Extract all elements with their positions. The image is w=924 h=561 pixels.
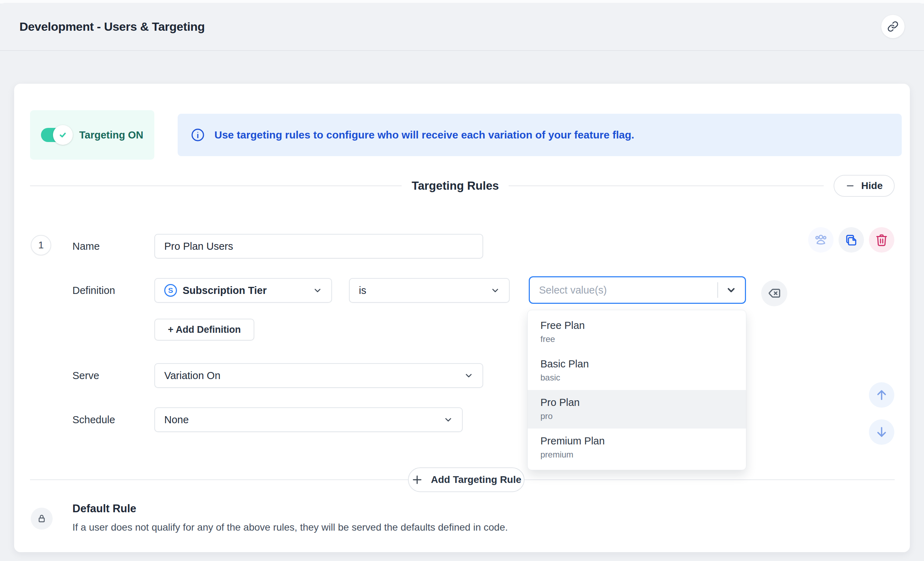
- rules-heading: Targeting Rules: [411, 179, 499, 192]
- option-basic-plan[interactable]: Basic Plan basic: [528, 351, 746, 390]
- plus-icon: [411, 474, 423, 486]
- chevron-down-icon: [312, 285, 323, 296]
- add-definition-button[interactable]: + Add Definition: [154, 319, 254, 340]
- duplicate-rule-button[interactable]: [838, 227, 864, 253]
- chevron-down-icon: [443, 414, 453, 425]
- check-icon: [58, 130, 68, 140]
- property-type-icon: S: [164, 284, 177, 297]
- default-rule-badge: [31, 508, 52, 530]
- values-placeholder: Select value(s): [539, 284, 717, 296]
- serve-label: Serve: [72, 363, 99, 388]
- page-title: Development - Users & Targeting: [20, 20, 205, 33]
- audience-button[interactable]: [808, 227, 834, 253]
- schedule-select[interactable]: None: [154, 407, 463, 432]
- audience-icon: [814, 233, 828, 247]
- clear-values-button[interactable]: [761, 280, 787, 306]
- arrow-up-icon: [874, 388, 889, 402]
- backspace-icon: [767, 286, 781, 300]
- serve-select[interactable]: Variation On: [154, 363, 483, 388]
- info-banner: Use targeting rules to configure who wil…: [178, 114, 902, 156]
- info-icon: [190, 128, 205, 142]
- property-select[interactable]: S Subscription Tier: [154, 278, 332, 303]
- schedule-label: Schedule: [72, 407, 115, 432]
- property-select-value: Subscription Tier: [183, 285, 312, 296]
- option-free-plan[interactable]: Free Plan free: [528, 313, 746, 351]
- move-rule-up-button[interactable]: [869, 382, 894, 408]
- trash-icon: [875, 233, 888, 247]
- chevron-down-icon: [725, 284, 737, 296]
- comparator-select[interactable]: is: [349, 278, 510, 303]
- minus-icon: [846, 181, 855, 190]
- serve-select-value: Variation On: [164, 370, 464, 381]
- targeting-card: Targeting ON Use targeting rules to conf…: [14, 84, 910, 552]
- option-pro-plan[interactable]: Pro Plan pro: [528, 390, 746, 429]
- option-premium-plan[interactable]: Premium Plan premium: [528, 429, 746, 467]
- toggle-knob: [53, 125, 73, 145]
- copy-link-button[interactable]: [881, 15, 904, 38]
- chevron-down-icon: [490, 285, 501, 296]
- add-targeting-rule-label: Add Targeting Rule: [431, 474, 521, 485]
- targeting-toggle-container: Targeting ON: [30, 110, 154, 160]
- link-icon: [887, 21, 898, 32]
- rule-number-badge: 1: [31, 235, 51, 255]
- rule-name-input[interactable]: [154, 234, 483, 259]
- divider: [508, 186, 824, 186]
- add-targeting-rule-button[interactable]: Add Targeting Rule: [408, 467, 525, 492]
- rules-header: Targeting Rules Hide: [30, 174, 895, 197]
- page-header: Development - Users & Targeting: [0, 3, 924, 51]
- comparator-select-value: is: [359, 285, 490, 296]
- move-rule-down-button[interactable]: [869, 419, 894, 445]
- hide-button[interactable]: Hide: [834, 175, 895, 197]
- hide-button-label: Hide: [861, 180, 883, 192]
- rule-actions: [808, 227, 894, 253]
- default-rule-title: Default Rule: [72, 502, 136, 515]
- targeting-toggle[interactable]: [41, 128, 71, 142]
- values-multiselect[interactable]: Select value(s): [529, 276, 746, 304]
- divider: [717, 282, 718, 298]
- banner-text: Use targeting rules to configure who wil…: [214, 129, 634, 141]
- schedule-select-value: None: [164, 414, 443, 426]
- delete-rule-button[interactable]: [869, 227, 894, 253]
- copy-icon: [844, 233, 858, 247]
- toggle-label: Targeting ON: [79, 129, 143, 141]
- divider: [30, 186, 402, 186]
- default-rule-description: If a user does not qualify for any of th…: [72, 522, 508, 533]
- name-label: Name: [72, 234, 100, 259]
- lock-icon: [36, 513, 47, 524]
- values-dropdown: Free Plan free Basic Plan basic Pro Plan…: [527, 310, 746, 470]
- definition-label: Definition: [72, 278, 115, 303]
- arrow-down-icon: [874, 425, 889, 439]
- chevron-down-icon: [464, 370, 474, 381]
